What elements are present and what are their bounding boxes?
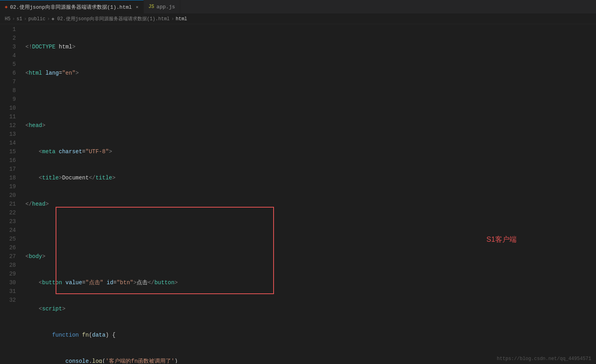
editor: 1 2 3 4 5 6 7 8 9 10 11 12 13 14 15 16 1… (0, 24, 596, 363)
line-7: </head> (25, 200, 596, 208)
tab-bar: ◈ 02.使用jsonp向非同源服务器端请求数据(1).html ✕ JS ap… (0, 0, 596, 14)
tab-html[interactable]: ◈ 02.使用jsonp向非同源服务器端请求数据(1).html ✕ (0, 0, 144, 14)
line-12: function fn(data) { (25, 331, 596, 339)
line-9: <body> (25, 252, 596, 261)
line-8 (25, 226, 596, 235)
breadcrumb-public[interactable]: public (28, 16, 45, 22)
breadcrumb: H5 › s1 › public › ◈ 02.使用jsonp向非同源服务器端请… (0, 14, 596, 24)
line-3 (25, 95, 596, 104)
bottom-url: https://blog.csdn.net/qq_44954571 (497, 356, 591, 362)
tab-html-label: 02.使用jsonp向非同源服务器端请求数据(1).html (10, 4, 132, 11)
line-1: <!DOCTYPE html> (25, 42, 596, 51)
line-5: <meta charset="UTF-8"> (25, 147, 596, 156)
line-10: <button value="点击" id="btn">点击</button> (25, 278, 596, 287)
line-11: <script> (25, 304, 596, 313)
code-area[interactable]: <!DOCTYPE html> <html lang="en"> <head> … (19, 24, 596, 363)
breadcrumb-current: html (176, 16, 187, 22)
breadcrumb-h5[interactable]: H5 (5, 16, 10, 22)
line-6: <title>Document</title> (25, 173, 596, 182)
line-numbers: 1 2 3 4 5 6 7 8 9 10 11 12 13 14 15 16 1… (0, 24, 19, 363)
js-icon: JS (149, 4, 154, 10)
line-2: <html lang="en"> (25, 69, 596, 77)
s1-client-label: S1客户端 (486, 235, 517, 244)
tab-js-label: app.js (156, 4, 175, 10)
tab-html-close[interactable]: ✕ (136, 4, 139, 10)
breadcrumb-s1[interactable]: s1 (17, 16, 22, 22)
tab-js[interactable]: JS app.js (144, 0, 180, 14)
line-4: <head> (25, 121, 596, 130)
html-icon: ◈ (5, 4, 8, 10)
breadcrumb-file[interactable]: ◈ 02.使用jsonp向非同源服务器端请求数据(1).html (52, 15, 170, 22)
